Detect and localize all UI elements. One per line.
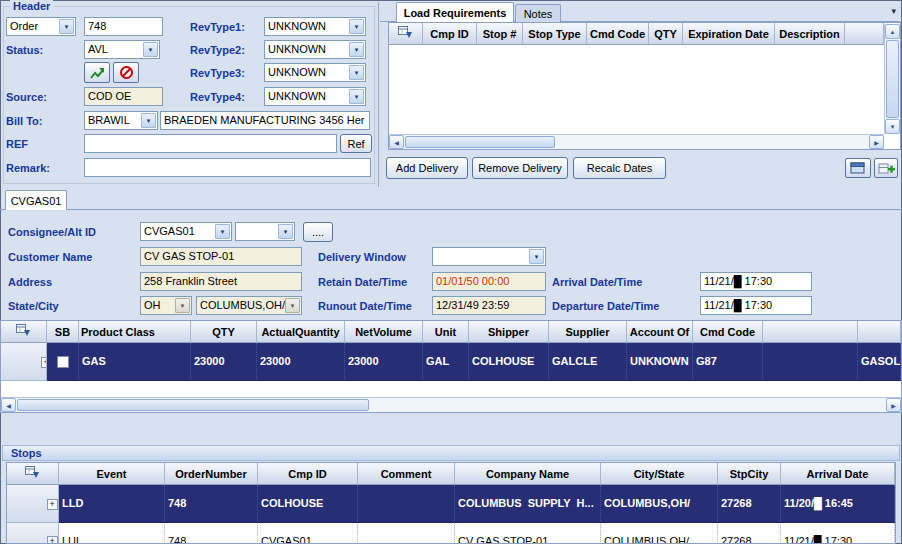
stpcity-cell[interactable]: 27268 — [718, 523, 781, 544]
row-selector[interactable]: +1▶ — [7, 485, 59, 523]
column-header-stpcity[interactable]: StpCity — [718, 463, 781, 485]
shipper-cell[interactable]: COLHOUSE — [469, 343, 549, 381]
chevron-down-icon[interactable]: ▼ — [349, 89, 364, 104]
stpcity-cell[interactable]: 27268 — [718, 485, 781, 523]
column-header-unit[interactable]: Unit — [423, 321, 469, 343]
column-header-account-of[interactable]: Account Of — [627, 321, 693, 343]
scrollbar-thumb[interactable] — [17, 399, 369, 411]
order-number-cell[interactable]: 748 — [165, 523, 258, 544]
no-edit-button[interactable] — [113, 62, 139, 83]
chevron-down-icon[interactable]: ▼ — [141, 113, 156, 128]
arrival-field[interactable]: 11/21/█ 17:30 — [700, 272, 812, 291]
chevron-down-icon[interactable]: ▼ — [278, 224, 293, 239]
chevron-down-icon[interactable]: ▼ — [529, 249, 544, 264]
column-header-cmp-id[interactable]: Cmp ID — [423, 23, 477, 45]
revtype2-select[interactable]: UNKNOWN ▼ — [264, 40, 366, 59]
column-header-qty[interactable]: QTY — [191, 321, 257, 343]
scrollbar-track[interactable] — [370, 398, 886, 412]
column-header-supplier[interactable]: Supplier — [549, 321, 627, 343]
column-header-sb[interactable]: SB — [47, 321, 79, 343]
column-header-company-name[interactable]: Company Name — [455, 463, 601, 485]
column-header-arrival-date[interactable]: Arrival Date — [781, 463, 895, 485]
column-header-net-volume[interactable]: NetVolume — [345, 321, 423, 343]
order-number-field[interactable]: 748 — [84, 17, 163, 36]
chevron-down-icon[interactable]: ▼ — [349, 19, 364, 34]
alt-id-select[interactable]: ▼ — [235, 222, 295, 241]
tab-overflow-icon[interactable]: ▾ — [891, 6, 896, 16]
delivery-window-select[interactable]: ▼ — [432, 247, 546, 266]
row-selector[interactable]: +1▶ — [1, 343, 47, 381]
sb-cell[interactable] — [47, 343, 79, 381]
chevron-down-icon[interactable]: ▼ — [285, 298, 300, 313]
chevron-down-icon[interactable]: ▼ — [175, 298, 190, 313]
revtype4-select[interactable]: UNKNOWN ▼ — [264, 87, 366, 106]
column-header-expiration-date[interactable]: Expiration Date — [683, 23, 775, 45]
tab-consignee[interactable]: CVGAS01 — [5, 190, 67, 210]
state-select[interactable]: OH ▼ — [140, 296, 192, 315]
column-header-cmd-code[interactable]: Cmd Code — [587, 23, 649, 45]
scroll-right-icon[interactable]: ▶ — [869, 135, 884, 149]
remark-field[interactable] — [84, 158, 371, 177]
city-select[interactable]: COLUMBUS,OH/ ▼ — [196, 296, 302, 315]
view-window-button[interactable] — [845, 158, 871, 178]
chart-button[interactable] — [84, 62, 110, 83]
sb-checkbox[interactable] — [57, 356, 69, 368]
scrollbar-thumb[interactable] — [405, 136, 555, 148]
column-header-actual-quantity[interactable]: ActualQuantity — [257, 321, 345, 343]
company-name-cell[interactable]: CV GAS STOP-01 — [455, 523, 601, 544]
order-type-select[interactable]: Order ▼ — [6, 17, 76, 36]
column-header-stop-num[interactable]: Stop # — [477, 23, 523, 45]
vertical-scrollbar[interactable]: ▲ ▼ — [884, 24, 900, 134]
arrival-date-cell[interactable]: 11/21/█ 17:30 — [781, 523, 895, 544]
account-of-cell[interactable]: UNKNOWN — [627, 343, 693, 381]
add-grid-button[interactable] — [874, 158, 898, 178]
column-header-city-state[interactable]: City/State — [601, 463, 718, 485]
scroll-down-icon[interactable]: ▼ — [885, 119, 900, 134]
column-header-event[interactable]: Event — [59, 463, 165, 485]
billto-select[interactable]: BRAWIL ▼ — [84, 111, 158, 130]
cmp-id-cell[interactable]: CVGAS01 — [258, 523, 358, 544]
horizontal-scrollbar[interactable]: ◀ ▶ — [1, 397, 901, 412]
actual-quantity-cell[interactable]: 23000 — [257, 343, 345, 381]
column-header-cmp-id[interactable]: Cmp ID — [258, 463, 358, 485]
city-state-cell[interactable]: COLUMBUS,OH/ — [601, 523, 718, 544]
lookup-ellipsis-button[interactable]: .... — [303, 222, 333, 242]
event-cell[interactable]: LUL — [59, 523, 165, 544]
field-chooser-header[interactable] — [389, 23, 423, 45]
ref-button[interactable]: Ref — [340, 134, 372, 153]
column-header-stop-type[interactable]: Stop Type — [523, 23, 587, 45]
horizontal-scrollbar[interactable]: ◀ ▶ — [389, 134, 884, 149]
column-header-order-number[interactable]: OrderNumber — [165, 463, 258, 485]
stops-row-2[interactable]: +2 LUL 748 CVGAS01 CV GAS STOP-01 COLUMB… — [7, 523, 895, 544]
tab-load-requirements[interactable]: Load Requirements — [396, 2, 514, 22]
consignee-select[interactable]: CVGAS01 ▼ — [140, 222, 232, 241]
tab-notes[interactable]: Notes — [515, 4, 561, 22]
freight-row-1[interactable]: +1▶ GAS 23000 23000 23000 GAL COLHOUSE G… — [1, 343, 901, 381]
unit-cell[interactable]: GAL — [423, 343, 469, 381]
scroll-left-icon[interactable]: ◀ — [389, 135, 404, 149]
add-delivery-button[interactable]: Add Delivery — [386, 157, 468, 179]
scrollbar-thumb[interactable] — [886, 40, 899, 118]
departure-field[interactable]: 11/21/█ 17:30 — [700, 296, 812, 315]
status-select[interactable]: AVL ▼ — [84, 40, 160, 59]
revtype3-select[interactable]: UNKNOWN ▼ — [264, 63, 366, 82]
stops-row-1[interactable]: +1▶ LLD 748 COLHOUSE COLUMBUS SUPPLY H..… — [7, 485, 895, 523]
supplier-cell[interactable]: GALCLE — [549, 343, 627, 381]
column-header-comment[interactable]: Comment — [358, 463, 455, 485]
scrollbar-track[interactable] — [556, 135, 869, 149]
chevron-down-icon[interactable]: ▼ — [59, 19, 74, 34]
chevron-down-icon[interactable]: ▼ — [215, 224, 230, 239]
column-header-shipper[interactable]: Shipper — [469, 321, 549, 343]
comment-cell[interactable] — [358, 485, 455, 523]
net-volume-cell[interactable]: 23000 — [345, 343, 423, 381]
recalc-dates-button[interactable]: Recalc Dates — [573, 157, 666, 179]
row-expander-icon[interactable]: + — [47, 499, 58, 510]
column-header-qty[interactable]: QTY — [649, 23, 683, 45]
billto-name-field[interactable]: BRAEDEN MANUFACTURING 3456 Her — [160, 111, 370, 130]
chevron-down-icon[interactable]: ▼ — [349, 42, 364, 57]
field-chooser-header[interactable] — [7, 463, 59, 485]
cmd-code-cell[interactable]: G87 — [693, 343, 763, 381]
revtype1-select[interactable]: UNKNOWN ▼ — [264, 17, 366, 36]
column-header-description[interactable]: Description — [775, 23, 845, 45]
row-selector[interactable]: +2 — [7, 523, 59, 544]
